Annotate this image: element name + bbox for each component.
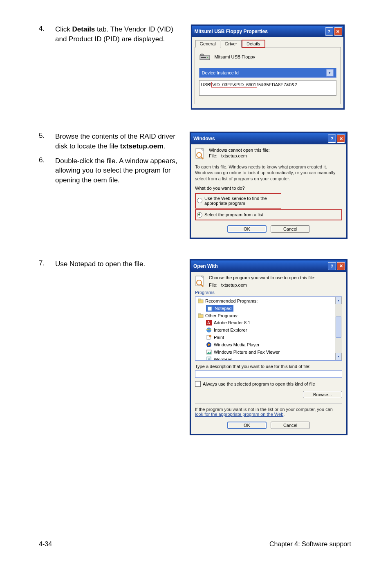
tab-general[interactable]: General [195, 40, 220, 47]
file-name: txtsetup.oem [221, 283, 247, 287]
folder-icon [198, 313, 204, 319]
browse-button[interactable]: Browse... [303, 391, 342, 398]
description-input[interactable] [195, 370, 342, 378]
close-icon[interactable]: ✕ [337, 262, 345, 270]
footnote-text-b: . [283, 412, 285, 417]
tab-details[interactable]: Details [242, 40, 265, 47]
ok-button[interactable]: OK [227, 422, 267, 429]
wmp-label: Windows Media Player [214, 342, 260, 347]
list-item-adobe[interactable]: A Adobe Reader 8.1 [196, 319, 334, 326]
group-recommended: Recommended Programs: [196, 298, 334, 304]
wordpad-label: WordPad [214, 357, 233, 361]
cannot-open-text: Windows cannot open this file: [209, 148, 270, 153]
chapter-title: Chapter 4: Software support [269, 541, 351, 548]
chevron-down-icon[interactable]: ▾ [326, 69, 334, 76]
step-4-text-a: Click [55, 25, 72, 33]
svg-rect-10 [198, 299, 201, 300]
close-icon[interactable]: ✕ [334, 27, 342, 36]
help-icon[interactable]: ? [328, 262, 336, 270]
document-page: 4. Click Details tab. The Vendor ID (VID… [0, 0, 390, 564]
svg-text:A: A [207, 321, 210, 325]
windows-title: Windows [193, 136, 215, 141]
notepad-label: Notepad [215, 306, 232, 311]
properties-dialog: Mitsumi USB Floppy Properties ? ✕ Genera… [191, 25, 345, 110]
group-other: Other Programs: [196, 312, 334, 319]
paint-label: Paint [214, 335, 224, 340]
file-label: File: [209, 283, 217, 287]
listbox-scrollbar[interactable]: ▴ ▾ [335, 297, 342, 360]
svg-rect-1 [201, 57, 206, 58]
id-suffix: \5&35EDA8E7&0&2 [257, 82, 297, 87]
option-web-label: Use the Web service to find the appropri… [204, 196, 280, 206]
adobe-label: Adobe Reader 8.1 [214, 320, 250, 325]
id-prefix: USB\ [201, 82, 212, 87]
wpfv-label: Windows Picture and Fax Viewer [214, 350, 280, 355]
notepad-icon [207, 305, 213, 311]
open-with-title: Open With [193, 263, 218, 269]
device-instance-id-value[interactable]: USB\VID_03EE&PID_6901\5&35EDA8E7&0&2 [199, 80, 336, 96]
list-item-wordpad[interactable]: WordPad [196, 356, 334, 361]
question-text: What do you want to do? [195, 186, 342, 191]
always-use-checkbox[interactable] [195, 381, 201, 387]
web-option-highlight: Use the Web service to find the appropri… [195, 193, 281, 209]
list-item-notepad[interactable]: Notepad [206, 304, 334, 312]
svg-rect-2 [207, 57, 208, 58]
list-option-highlight: Select the program from a list [195, 209, 342, 220]
list-item-wpfv[interactable]: Windows Picture and Fax Viewer [196, 348, 334, 356]
radio-web[interactable] [197, 198, 202, 203]
radio-list[interactable] [197, 212, 202, 218]
option-list-label: Select the program from a list [204, 212, 263, 217]
search-file-icon [195, 275, 206, 287]
list-item-ie[interactable]: Internet Explorer [196, 326, 334, 334]
always-use-row[interactable]: Always use the selected program to open … [195, 381, 342, 387]
type-desc-label: Type a description that you want to use … [195, 364, 342, 369]
group-recommended-label: Recommended Programs: [205, 298, 258, 303]
step-4-number: 4. [39, 25, 55, 44]
step-5-bold: txtsetup.oem [120, 142, 164, 150]
cancel-button[interactable]: Cancel [271, 422, 310, 429]
tabs-row: General Driver Details [195, 37, 341, 47]
explain-text: To open this file, Windows needs to know… [195, 164, 342, 182]
ok-button[interactable]: OK [227, 225, 267, 233]
ie-icon [206, 327, 212, 333]
step-4-text: Click Details tab. The Vendor ID (VID) a… [55, 25, 176, 44]
option-web[interactable]: Use the Web service to find the appropri… [197, 195, 280, 206]
wmp-icon [206, 342, 212, 348]
file-label: File: [209, 153, 217, 158]
step-6-number: 6. [39, 156, 55, 185]
list-item-wmp[interactable]: Windows Media Player [196, 341, 334, 348]
dropdown-value: Device Instance Id [202, 70, 239, 75]
always-use-label: Always use the selected program to open … [203, 382, 315, 386]
adobe-icon: A [206, 320, 212, 325]
close-icon[interactable]: ✕ [337, 135, 345, 143]
list-item-paint[interactable]: Paint [196, 334, 334, 341]
programs-label: Programs [195, 290, 342, 295]
svg-rect-24 [207, 357, 211, 361]
tab-driver[interactable]: Driver [221, 40, 242, 47]
step-5-number: 5. [39, 132, 55, 151]
property-dropdown[interactable]: Device Instance Id ▾ [199, 68, 336, 78]
svg-point-19 [209, 335, 211, 337]
web-link[interactable]: look for the appropriate program on the … [195, 412, 283, 417]
windows-titlebar[interactable]: Windows ? ✕ [191, 133, 346, 144]
picture-viewer-icon [206, 349, 212, 355]
step-5-text-b: . [164, 142, 166, 150]
step-7-text: Use Notepad to open the file. [55, 259, 145, 269]
windows-cannot-open-dialog: Windows ? ✕ [190, 132, 347, 239]
paint-icon [206, 334, 212, 340]
help-icon[interactable]: ? [325, 27, 333, 36]
option-list[interactable]: Select the program from a list [197, 211, 340, 218]
scroll-thumb[interactable] [336, 316, 341, 338]
properties-titlebar[interactable]: Mitsumi USB Floppy Properties ? ✕ [192, 26, 343, 37]
scroll-down-icon[interactable]: ▾ [335, 353, 342, 360]
id-vid-pid-highlight: VID_03EE&PID_6901 [211, 82, 257, 88]
divider [195, 403, 342, 404]
properties-content: Mitsumi USB Floppy Device Instance Id ▾ … [195, 47, 341, 104]
scroll-up-icon[interactable]: ▴ [335, 297, 342, 304]
program-listbox[interactable]: Recommended Programs: Notepad Other [195, 296, 342, 361]
help-icon[interactable]: ? [328, 135, 336, 143]
svg-rect-14 [198, 314, 201, 315]
cancel-button[interactable]: Cancel [271, 225, 310, 233]
group-other-label: Other Programs: [205, 313, 238, 318]
open-with-titlebar[interactable]: Open With ? ✕ [191, 260, 346, 272]
